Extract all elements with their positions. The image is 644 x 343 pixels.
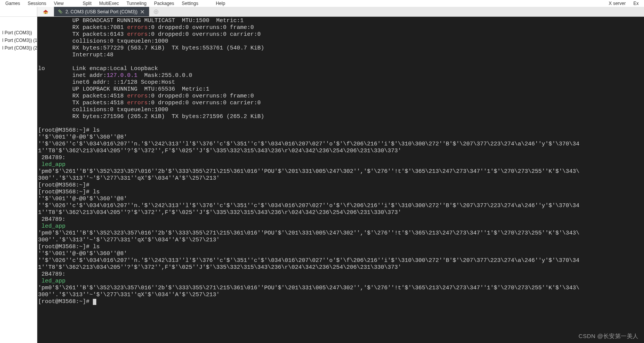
menu-multiexec[interactable]: MultiExec (96, 1, 123, 6)
session-item-com3-1[interactable]: l Port (COM3)) (1) (0, 37, 37, 44)
menu-view[interactable]: View (50, 1, 67, 6)
plus-icon (153, 9, 159, 14)
svg-rect-1 (45, 13, 46, 14)
menu-bar: Games Sessions View Split MultiExec Tunn… (0, 0, 644, 7)
menu-help[interactable]: Help (212, 1, 229, 6)
menu-sessions[interactable]: Sessions (24, 1, 50, 6)
menu-exit[interactable]: Ex (630, 1, 642, 6)
terminal-output[interactable]: UP BROADCAST RUNNING MULTICAST MTU:1500 … (37, 17, 644, 343)
tab-new[interactable] (149, 7, 163, 16)
sessions-sidebar: l Port (COM3)) l Port (COM3)) (1) l Port… (0, 7, 37, 343)
tab-home[interactable] (37, 7, 54, 16)
tab-com3[interactable]: 2. COM3 (USB Serial Port (COM3)) (54, 7, 149, 16)
menu-tunneling[interactable]: Tunneling (123, 1, 150, 6)
menu-games[interactable]: Games (2, 1, 24, 6)
session-item-com3-0[interactable]: l Port (COM3)) (0, 29, 37, 37)
tab-bar: 2. COM3 (USB Serial Port (COM3)) (37, 7, 644, 17)
menu-split[interactable]: Split (79, 1, 95, 6)
tab-close-icon[interactable] (140, 9, 145, 14)
serial-plug-icon (58, 9, 63, 14)
menu-settings[interactable]: Settings (178, 1, 202, 6)
tab-label: 2. COM3 (USB Serial Port (COM3)) (65, 9, 137, 14)
menu-packages[interactable]: Packages (150, 1, 178, 6)
terminal-cursor (93, 299, 96, 305)
watermark: CSDN @长安第一美人 (579, 333, 639, 340)
home-icon (43, 9, 49, 14)
menu-xserver[interactable]: X server (605, 1, 630, 6)
session-item-com3-2[interactable]: l Port (COM3)) (2) (0, 44, 37, 52)
